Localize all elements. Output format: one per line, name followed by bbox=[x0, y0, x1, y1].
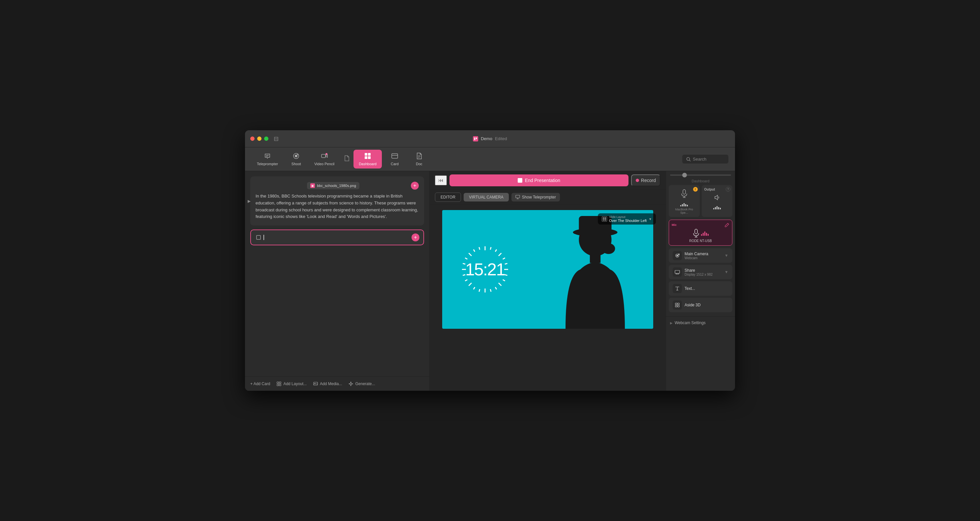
tab-editor[interactable]: EDITOR bbox=[435, 193, 461, 202]
aside-3d-row[interactable]: Aside 3D bbox=[669, 298, 732, 312]
signal-bars bbox=[680, 201, 688, 206]
svg-line-31 bbox=[495, 249, 496, 252]
main-camera-row[interactable]: Main Camera Webcam ▼ bbox=[669, 248, 732, 263]
svg-line-49 bbox=[465, 258, 467, 259]
timer-circle: 15:21 bbox=[459, 243, 511, 296]
mic-large-icon bbox=[692, 228, 700, 238]
section-label: Dashboard bbox=[666, 178, 735, 185]
slider-track[interactable] bbox=[670, 174, 731, 176]
svg-rect-0 bbox=[474, 137, 475, 140]
card-header-1: ▣ bbc_schools_1980s.png + bbox=[256, 182, 419, 190]
layout-chevron-icon: ▼ bbox=[649, 217, 652, 221]
generate-icon bbox=[348, 381, 353, 386]
titlebar: ⊟ Demo Edited bbox=[245, 130, 735, 147]
share-icon bbox=[673, 268, 682, 277]
device-row: ? bbox=[666, 185, 735, 220]
silhouette bbox=[537, 210, 653, 329]
svg-line-40 bbox=[490, 289, 491, 292]
slider-row[interactable] bbox=[666, 174, 735, 178]
mic-level-bars bbox=[701, 231, 709, 236]
toolbar-item-teleprompter[interactable]: Teleprompter bbox=[251, 150, 283, 169]
end-presentation-button[interactable]: End Presentation bbox=[449, 174, 628, 186]
svg-point-5 bbox=[295, 155, 298, 157]
file-type-icon: ▣ bbox=[310, 183, 315, 188]
main-camera-sub: Webcam bbox=[684, 256, 722, 260]
main-camera-chevron-icon: ▼ bbox=[724, 253, 729, 258]
text-title: Text... bbox=[684, 286, 729, 291]
card-add-button[interactable]: + bbox=[411, 182, 419, 190]
text-icon bbox=[673, 284, 682, 293]
generate-button[interactable]: Generate... bbox=[348, 381, 375, 386]
show-teleprompter-button[interactable]: Show Teleprompter bbox=[511, 193, 560, 201]
share-sub: Display 1512 x 982 bbox=[684, 273, 722, 276]
share-title: Share bbox=[684, 268, 722, 273]
bottom-bar: + Add Card Add Layout... bbox=[245, 376, 430, 391]
toolbar-item-video-pencil[interactable]: Video Pencil bbox=[309, 150, 340, 169]
card-icon bbox=[391, 152, 398, 161]
input-device-card[interactable]: ? bbox=[669, 185, 700, 217]
editor-tab-label: EDITOR bbox=[441, 195, 455, 199]
add-card-button[interactable]: + Add Card bbox=[250, 381, 270, 386]
file-icon[interactable] bbox=[341, 152, 352, 166]
toolbar-item-card[interactable]: Card bbox=[383, 150, 406, 169]
teleprompter-icon bbox=[264, 152, 271, 161]
main-camera-title: Main Camera bbox=[684, 252, 722, 256]
toolbar-item-doc[interactable]: Doc bbox=[407, 150, 431, 169]
share-chevron-icon: ▼ bbox=[724, 270, 729, 274]
shoot-label: Shoot bbox=[291, 162, 301, 166]
svg-line-51 bbox=[474, 249, 475, 252]
record-dot-icon bbox=[636, 179, 639, 182]
svg-rect-21 bbox=[279, 382, 281, 384]
close-button[interactable] bbox=[250, 137, 255, 141]
share-row[interactable]: Share Display 1512 x 982 ▼ bbox=[669, 265, 732, 279]
toolbar-item-dashboard[interactable]: Dashboard bbox=[353, 150, 382, 169]
slider-thumb[interactable] bbox=[682, 173, 687, 177]
main-area: ▣ bbc_schools_1980s.png + ▶ In the 1980s… bbox=[245, 171, 735, 391]
mic-icon-row bbox=[692, 228, 709, 238]
slide-preview: 15:21 bbox=[442, 210, 653, 329]
text-row[interactable]: Text... bbox=[669, 281, 732, 296]
svg-rect-75 bbox=[675, 305, 677, 307]
webcam-settings-row[interactable]: ▶ Webcam Settings bbox=[666, 318, 735, 328]
mic-label: Mic bbox=[672, 223, 677, 226]
card-input-add-button[interactable]: + bbox=[412, 233, 420, 241]
window-title: Demo bbox=[481, 136, 492, 141]
add-layout-button[interactable]: Add Layout... bbox=[277, 381, 307, 386]
sidebar-toggle-icon[interactable]: ⊟ bbox=[274, 135, 278, 142]
svg-rect-61 bbox=[695, 229, 697, 234]
card-text: In the 1980s, BBC Schools television pro… bbox=[256, 193, 419, 220]
svg-line-42 bbox=[479, 289, 480, 292]
window-edited-label: Edited bbox=[495, 136, 507, 141]
tab-virtual-camera[interactable]: VIRTUAL CAMERA bbox=[464, 193, 509, 201]
output-device-card[interactable]: ? Output bbox=[702, 185, 733, 217]
generate-label: Generate... bbox=[355, 381, 375, 386]
input-device-name: MacBook Pro Spe... bbox=[671, 208, 697, 214]
timer-text: 15:21 bbox=[465, 260, 505, 279]
video-pencil-label: Video Pencil bbox=[314, 162, 334, 166]
minimize-button[interactable] bbox=[257, 137, 261, 141]
presentation-bar: ⏮ End Presentation Record bbox=[430, 171, 666, 190]
record-label: Record bbox=[641, 178, 656, 183]
svg-rect-12 bbox=[368, 156, 371, 159]
card-input[interactable]: + bbox=[250, 229, 424, 245]
slide-layout-texts: Slide Layout Over The Shoulder Left bbox=[609, 215, 647, 223]
svg-rect-58 bbox=[683, 190, 686, 194]
card-input-icon bbox=[256, 235, 261, 240]
right-divider bbox=[666, 316, 735, 317]
back-button[interactable]: ⏮ bbox=[435, 175, 447, 185]
center-panel: ⏮ End Presentation Record EDITOR VIRTUAL… bbox=[430, 171, 666, 391]
search-box[interactable]: Search bbox=[682, 155, 729, 164]
card-label: Card bbox=[391, 162, 399, 166]
svg-rect-74 bbox=[678, 303, 679, 305]
maximize-button[interactable] bbox=[264, 137, 269, 141]
toolbar-item-shoot[interactable]: Shoot bbox=[285, 150, 308, 169]
slide-layout-bar[interactable]: Slide Layout Over The Shoulder Left ▼ bbox=[598, 213, 656, 225]
timer-container: 15:21 bbox=[459, 243, 511, 296]
record-button[interactable]: Record bbox=[631, 174, 660, 186]
mic-device-card[interactable]: Mic bbox=[669, 220, 732, 246]
svg-line-32 bbox=[499, 253, 501, 256]
preview-area: Slide Layout Over The Shoulder Left ▼ bbox=[430, 205, 666, 391]
aside-3d-icon bbox=[673, 300, 682, 310]
file-name: bbc_schools_1980s.png bbox=[317, 184, 356, 188]
add-media-button[interactable]: Add Media... bbox=[313, 381, 342, 386]
